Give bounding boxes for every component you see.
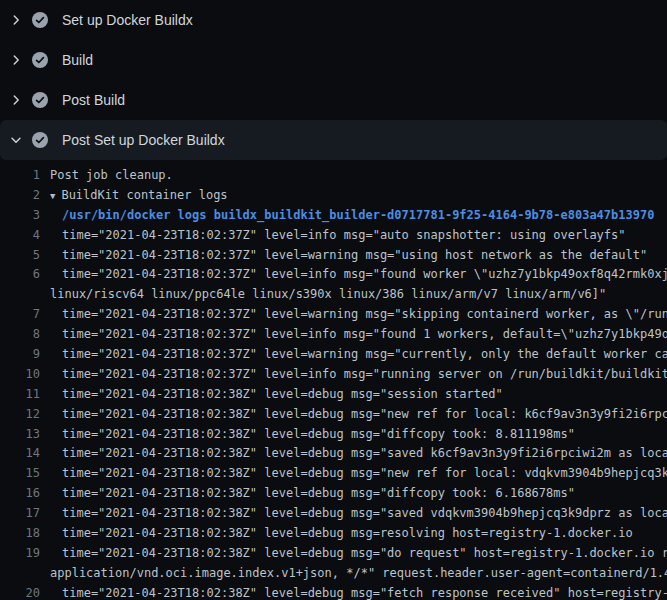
line-number[interactable]: 3 — [0, 206, 40, 226]
actions-log-viewer: Set up Docker BuildxBuildPost BuildPost … — [0, 0, 667, 600]
log-text: time="2021-04-23T18:02:38Z" level=debug … — [62, 464, 667, 484]
log-line: 11time="2021-04-23T18:02:38Z" level=debu… — [0, 385, 667, 405]
log-line: 17time="2021-04-23T18:02:38Z" level=debu… — [0, 504, 667, 524]
log-text: time="2021-04-23T18:02:37Z" level=info m… — [62, 265, 667, 285]
log-line: 20time="2021-04-23T18:02:38Z" level=debu… — [0, 584, 667, 600]
line-number[interactable]: 10 — [0, 365, 40, 385]
log-text: time="2021-04-23T18:02:38Z" level=debug … — [62, 444, 667, 464]
line-number[interactable]: 12 — [0, 405, 40, 425]
step-title: Post Build — [62, 80, 125, 120]
line-number[interactable]: 18 — [0, 524, 40, 544]
check-circle-icon — [32, 92, 48, 108]
log-command: /usr/bin/docker logs buildx_buildkit_bui… — [62, 206, 654, 226]
log-text: time="2021-04-23T18:02:37Z" level=info m… — [62, 365, 667, 385]
line-number[interactable]: 7 — [0, 305, 40, 325]
log-line: 7time="2021-04-23T18:02:37Z" level=warni… — [0, 305, 667, 325]
step-row-post-build[interactable]: Post Build — [0, 80, 667, 120]
log-text: time="2021-04-23T18:02:38Z" level=debug … — [62, 405, 667, 425]
chevron-down-icon[interactable] — [0, 120, 32, 160]
step-title: Build — [62, 40, 93, 80]
line-number[interactable]: 9 — [0, 345, 40, 365]
log-line: 16time="2021-04-23T18:02:38Z" level=debu… — [0, 484, 667, 504]
log-line: 5time="2021-04-23T18:02:37Z" level=warni… — [0, 246, 667, 266]
log-text: Post job cleanup. — [50, 166, 173, 186]
line-number[interactable]: 5 — [0, 246, 40, 266]
line-number[interactable]: 14 — [0, 444, 40, 464]
check-circle-icon — [32, 132, 48, 148]
log-text: time="2021-04-23T18:02:38Z" level=debug … — [62, 425, 575, 445]
group-caret-icon[interactable]: ▼ — [50, 187, 55, 207]
line-number[interactable]: 15 — [0, 464, 40, 484]
step-row-build[interactable]: Build — [0, 40, 667, 80]
log-line: 10time="2021-04-23T18:02:37Z" level=info… — [0, 365, 667, 385]
step-title: Post Set up Docker Buildx — [62, 120, 225, 160]
log-line: 4time="2021-04-23T18:02:37Z" level=info … — [0, 226, 667, 246]
log-line: 15time="2021-04-23T18:02:38Z" level=debu… — [0, 464, 667, 484]
step-row-post-set-up-docker-buildx[interactable]: Post Set up Docker Buildx — [0, 120, 667, 160]
log-text: time="2021-04-23T18:02:37Z" level=info m… — [62, 226, 626, 246]
steps-list: Set up Docker BuildxBuildPost BuildPost … — [0, 0, 667, 160]
log-line: 1Post job cleanup. — [0, 166, 667, 186]
log-line: 13time="2021-04-23T18:02:38Z" level=debu… — [0, 425, 667, 445]
log-text: time="2021-04-23T18:02:38Z" level=debug … — [62, 584, 667, 600]
log-line: 12time="2021-04-23T18:02:38Z" level=debu… — [0, 405, 667, 425]
line-number[interactable]: 8 — [0, 325, 40, 345]
log-line: 9time="2021-04-23T18:02:37Z" level=warni… — [0, 345, 667, 365]
log-text: time="2021-04-23T18:02:38Z" level=debug … — [62, 544, 667, 564]
log-line: 8time="2021-04-23T18:02:37Z" level=info … — [0, 325, 667, 345]
log-line: 3/usr/bin/docker logs buildx_buildkit_bu… — [0, 206, 667, 226]
line-number[interactable]: 4 — [0, 226, 40, 246]
line-number[interactable]: 1 — [0, 166, 40, 186]
step-title: Set up Docker Buildx — [62, 0, 193, 40]
log-text: time="2021-04-23T18:02:37Z" level=warnin… — [62, 305, 667, 325]
line-number[interactable]: 17 — [0, 504, 40, 524]
log-text: time="2021-04-23T18:02:38Z" level=debug … — [62, 524, 633, 544]
line-number[interactable]: 2 — [0, 186, 40, 206]
log-text: linux/riscv64 linux/ppc64le linux/s390x … — [50, 285, 606, 305]
chevron-right-icon[interactable] — [0, 80, 32, 120]
log-text: time="2021-04-23T18:02:37Z" level=warnin… — [62, 345, 667, 365]
log-text: time="2021-04-23T18:02:38Z" level=debug … — [62, 484, 575, 504]
chevron-right-icon[interactable] — [0, 40, 32, 80]
log-line: linux/riscv64 linux/ppc64le linux/s390x … — [0, 285, 667, 305]
check-circle-icon — [32, 52, 48, 68]
check-circle-icon — [32, 12, 48, 28]
line-number — [0, 285, 40, 305]
line-number[interactable]: 6 — [0, 265, 40, 285]
log-text: time="2021-04-23T18:02:38Z" level=debug … — [62, 504, 667, 524]
log-line: 14time="2021-04-23T18:02:38Z" level=debu… — [0, 444, 667, 464]
line-number[interactable]: 16 — [0, 484, 40, 504]
line-number[interactable]: 13 — [0, 425, 40, 445]
log-viewer: 1Post job cleanup.2▼BuildKit container l… — [0, 160, 667, 600]
line-number[interactable]: 20 — [0, 584, 40, 600]
line-number[interactable]: 11 — [0, 385, 40, 405]
log-line: 18time="2021-04-23T18:02:38Z" level=debu… — [0, 524, 667, 544]
log-text: ▼BuildKit container logs — [50, 186, 228, 206]
log-line: 19time="2021-04-23T18:02:38Z" level=debu… — [0, 544, 667, 564]
line-number — [0, 564, 40, 584]
log-line: 2▼BuildKit container logs — [0, 186, 667, 206]
line-number[interactable]: 19 — [0, 544, 40, 564]
log-text: application/vnd.oci.image.index.v1+json,… — [50, 564, 667, 584]
chevron-right-icon[interactable] — [0, 0, 32, 40]
log-text: time="2021-04-23T18:02:37Z" level=info m… — [62, 325, 667, 345]
step-row-set-up-docker-buildx[interactable]: Set up Docker Buildx — [0, 0, 667, 40]
log-text: time="2021-04-23T18:02:38Z" level=debug … — [62, 385, 503, 405]
log-line: 6time="2021-04-23T18:02:37Z" level=info … — [0, 265, 667, 285]
log-line: application/vnd.oci.image.index.v1+json,… — [0, 564, 667, 584]
log-text: time="2021-04-23T18:02:37Z" level=warnin… — [62, 246, 647, 266]
